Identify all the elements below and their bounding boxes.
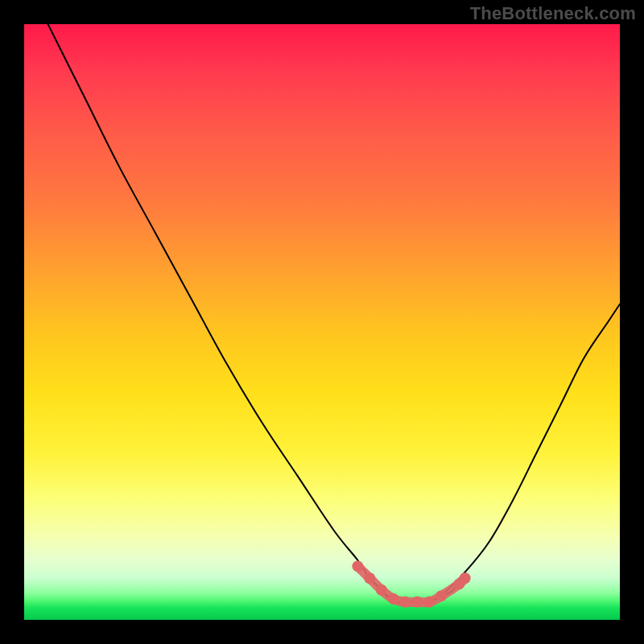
valley-marker: [436, 590, 447, 601]
valley-marker: [364, 572, 375, 584]
valley-underline: [357, 566, 464, 602]
chart-frame: TheBottleneck.com: [0, 0, 644, 644]
valley-marker: [411, 597, 423, 608]
watermark-text: TheBottleneck.com: [470, 3, 636, 24]
valley-marker: [388, 593, 399, 605]
valley-marker: [460, 572, 471, 584]
valley-marker: [376, 584, 387, 596]
curve-right-branch: [441, 304, 620, 597]
curve-layer: [24, 24, 620, 620]
valley-marker: [352, 560, 363, 572]
bottleneck-curve: [48, 24, 620, 603]
valley-marker: [400, 597, 411, 608]
valley-markers: [352, 560, 470, 607]
valley-marker: [423, 597, 435, 608]
curve-left-branch: [48, 24, 394, 602]
plot-area: [24, 24, 620, 620]
